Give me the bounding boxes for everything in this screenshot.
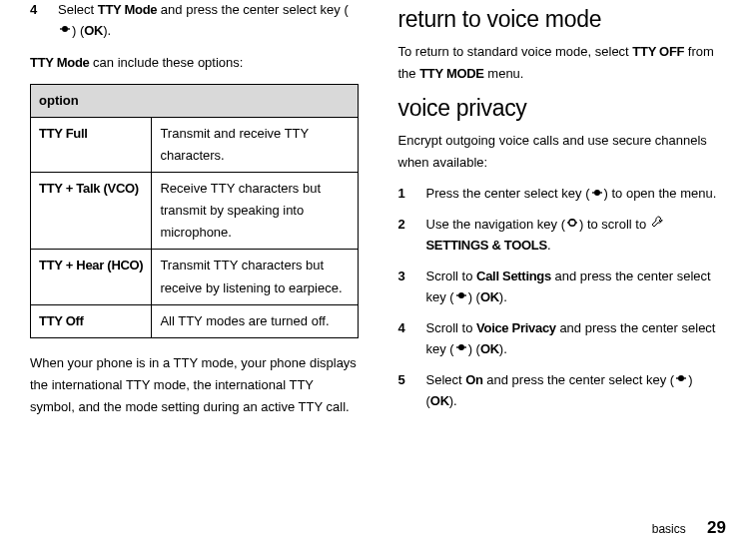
- center-select-key-icon: [454, 339, 468, 360]
- step-text: Press the center select key () to open t…: [426, 184, 727, 205]
- svg-point-16: [676, 377, 678, 379]
- text: menu.: [484, 66, 524, 81]
- svg-point-12: [464, 294, 466, 296]
- text: .: [547, 238, 551, 253]
- svg-point-9: [575, 223, 577, 225]
- step-text: Use the navigation key () to scroll to S…: [426, 215, 727, 257]
- step-text: Scroll to Call Settings and press the ce…: [426, 267, 727, 308]
- svg-point-18: [684, 377, 686, 379]
- row-desc: All TTY modes are turned off.: [152, 304, 358, 337]
- svg-point-11: [458, 292, 464, 298]
- text: ).: [449, 393, 457, 408]
- text: ) (: [72, 23, 84, 38]
- table-row: TTY Off All TTY modes are turned off.: [31, 304, 359, 337]
- row-label: TTY + Hear (HCO): [31, 250, 152, 304]
- section-name: basics: [652, 522, 686, 536]
- bold-label: Call Settings: [476, 269, 551, 283]
- step: 3Scroll to Call Settings and press the c…: [398, 267, 727, 308]
- row-desc: Transmit TTY characters but receive by l…: [152, 250, 358, 304]
- text: ).: [103, 23, 111, 38]
- tty-mode-intro: TTY Mode can include these options:: [30, 52, 359, 74]
- text: ).: [499, 289, 507, 304]
- voice-privacy-steps: 1Press the center select key () to open …: [398, 184, 727, 411]
- svg-point-5: [600, 192, 602, 194]
- text: and press the center select key (: [483, 372, 674, 387]
- table-header-row: option: [31, 84, 359, 117]
- text: Scroll to: [426, 320, 477, 335]
- heading-return-to-voice: return to voice mode: [398, 6, 727, 33]
- text: Scroll to: [426, 269, 477, 283]
- step-4: 4 Select TTY Mode and press the center s…: [30, 0, 359, 42]
- left-column: 4 Select TTY Mode and press the center s…: [30, 0, 359, 499]
- svg-point-3: [592, 192, 594, 194]
- row-desc: Transmit and receive TTY characters.: [152, 117, 358, 172]
- center-select-key-icon: [674, 370, 688, 391]
- page-footer: basics 29: [652, 518, 726, 538]
- text: can include these options:: [89, 55, 243, 70]
- bold-label: OK: [480, 341, 499, 356]
- bold-label: TTY MODE: [419, 66, 484, 81]
- bold-label: Voice Privacy: [476, 320, 556, 335]
- step-text: Select On and press the center select ke…: [426, 370, 727, 412]
- svg-point-14: [458, 344, 464, 350]
- svg-point-4: [594, 190, 600, 196]
- svg-point-13: [456, 346, 458, 348]
- svg-point-2: [68, 28, 70, 30]
- text: Select: [426, 372, 466, 387]
- step-text: Select TTY Mode and press the center sel…: [58, 0, 359, 42]
- bold-label: TTY Mode: [98, 2, 157, 17]
- bold-label: TTY Mode: [30, 55, 89, 70]
- table-row: TTY + Talk (VCO) Receive TTY characters …: [31, 173, 359, 250]
- svg-point-10: [456, 294, 458, 296]
- step-number: 4: [30, 0, 58, 42]
- row-label: TTY Off: [31, 304, 152, 337]
- text: ) to scroll to: [579, 217, 650, 232]
- tty-options-table: option TTY Full Transmit and receive TTY…: [30, 84, 359, 338]
- svg-point-0: [60, 28, 62, 30]
- page-number: 29: [707, 518, 726, 537]
- step-text: Scroll to Voice Privacy and press the ce…: [426, 318, 727, 360]
- bold-label: OK: [480, 289, 499, 304]
- svg-point-1: [62, 26, 68, 32]
- table-row: TTY Full Transmit and receive TTY charac…: [31, 117, 359, 172]
- row-label: TTY Full: [31, 117, 152, 172]
- step: 5Select On and press the center select k…: [398, 370, 727, 412]
- table-header: option: [31, 84, 359, 117]
- tools-icon: [650, 215, 664, 236]
- table-row: TTY + Hear (HCO) Transmit TTY characters…: [31, 250, 359, 304]
- step: 4Scroll to Voice Privacy and press the c…: [398, 318, 727, 360]
- navigation-key-icon: [565, 215, 579, 236]
- row-desc: Receive TTY characters but transmit by s…: [152, 173, 358, 250]
- text: Use the navigation key (: [426, 217, 565, 232]
- text: To return to standard voice mode, select: [398, 44, 633, 59]
- step-number: 5: [398, 370, 426, 412]
- text: ) (: [468, 341, 480, 356]
- row-label: TTY + Talk (VCO): [31, 173, 152, 250]
- right-column: return to voice mode To return to standa…: [398, 0, 727, 499]
- bold-label: OK: [84, 23, 103, 38]
- text: ) (: [468, 289, 480, 304]
- text: ) to open the menu.: [604, 186, 717, 201]
- step: 2Use the navigation key () to scroll to …: [398, 215, 727, 257]
- center-select-key-icon: [590, 185, 604, 206]
- step-number: 2: [398, 215, 426, 257]
- heading-voice-privacy: voice privacy: [398, 95, 727, 122]
- return-paragraph: To return to standard voice mode, select…: [398, 41, 727, 85]
- center-select-key-icon: [454, 287, 468, 308]
- bold-label: OK: [430, 393, 449, 408]
- text: Select: [58, 2, 98, 17]
- page-content: 4 Select TTY Mode and press the center s…: [30, 0, 726, 499]
- text: ).: [499, 341, 507, 356]
- vp-intro: Encrypt outgoing voice calls and use sec…: [398, 130, 727, 174]
- svg-point-17: [678, 375, 684, 381]
- step-number: 3: [398, 267, 426, 308]
- step-number: 4: [398, 318, 426, 360]
- bold-label: SETTINGS & TOOLS: [426, 238, 547, 253]
- bold-label: On: [465, 372, 482, 387]
- svg-point-8: [571, 220, 573, 222]
- bold-label: TTY OFF: [632, 44, 684, 59]
- svg-point-15: [464, 346, 466, 348]
- tty-after-paragraph: When your phone is in a TTY mode, your p…: [30, 352, 359, 418]
- step-number: 1: [398, 184, 426, 205]
- step: 1Press the center select key () to open …: [398, 184, 727, 205]
